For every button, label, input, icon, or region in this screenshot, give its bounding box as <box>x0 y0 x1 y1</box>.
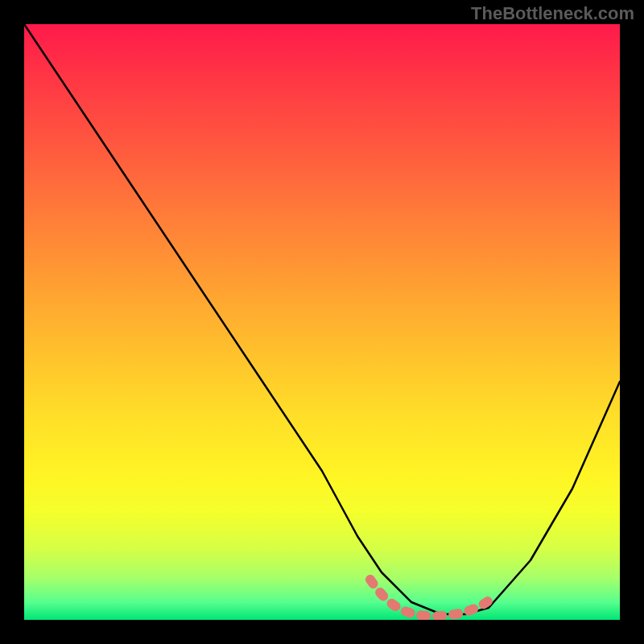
curve-overlay <box>24 24 620 620</box>
chart-container: TheBottleneck.com <box>0 0 644 644</box>
watermark-text: TheBottleneck.com <box>471 3 634 24</box>
bottleneck-line <box>24 24 620 614</box>
